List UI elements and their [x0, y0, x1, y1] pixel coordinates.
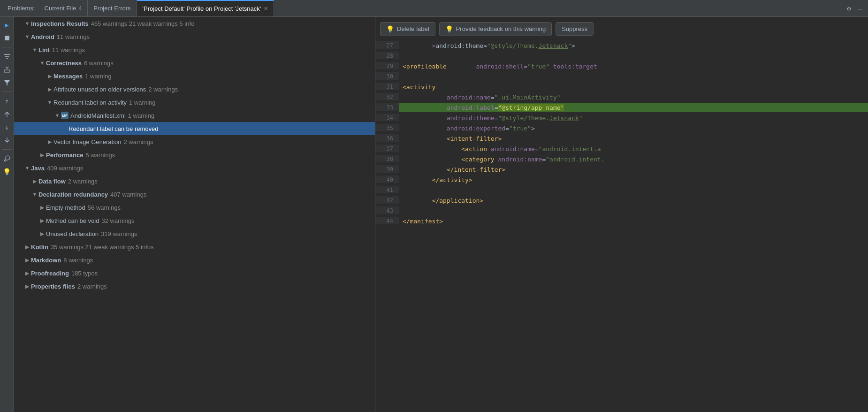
left-toolbar: ▶ ↑ [0, 17, 14, 412]
feedback-button[interactable]: 💡 Provide feedback on this warning [439, 22, 552, 36]
line-content: android:theme="@style/Theme.Jetsnack" [399, 114, 868, 122]
tab-icons: ⚙ — [845, 4, 864, 13]
item-label: Properties files [31, 283, 75, 290]
line-content: </application> [399, 196, 868, 205]
run-button[interactable]: ▶ [2, 20, 12, 30]
line-content: <intent-filter> [399, 134, 868, 143]
code-line: 38 <category android:name="android.inten… [375, 155, 868, 165]
wrench-icon [4, 155, 10, 162]
bulb-button[interactable]: 💡 [2, 167, 12, 177]
expand-arrow: ▼ [31, 191, 38, 197]
tree-item[interactable]: ▼ MF AndroidManifest.xml 1 warning [14, 109, 375, 122]
tree-item[interactable]: ▶ Proofreading 185 typos [14, 267, 375, 280]
tab-close-icon[interactable]: ✕ [264, 6, 268, 12]
tree-item[interactable]: Redundant label can be removed [14, 122, 375, 135]
line-content: <activity [399, 83, 868, 92]
tab-profile-label: 'Project Default' Profile on Project 'Je… [143, 5, 261, 12]
item-count: 185 typos [71, 270, 98, 277]
wrench-button[interactable] [2, 153, 12, 164]
export-button[interactable] [2, 64, 12, 75]
tree-panel[interactable]: ▼ Inspections Results 465 warnings 21 we… [14, 17, 375, 412]
tab-project-errors-label: Project Errors [93, 5, 130, 12]
item-label: Redundant label can be removed [69, 125, 159, 132]
item-label: Proofreading [31, 270, 69, 277]
code-line: 40 </activity> [375, 175, 868, 186]
item-label: Correctness [46, 60, 82, 67]
tree-item[interactable]: ▶ Performance 5 warnings [14, 148, 375, 161]
tab-current-file[interactable]: Current File 4 [39, 0, 88, 16]
expand-arrow: ▼ [23, 165, 31, 171]
code-line: 31<activity [375, 83, 868, 93]
collapse-icon [4, 137, 10, 144]
collapse-arrow: ▶ [46, 86, 53, 92]
stop-button[interactable] [2, 33, 12, 43]
tree-item[interactable]: ▶ Kotlin 35 warnings 21 weak warnings 5 … [14, 240, 375, 253]
sort-icon [4, 53, 10, 60]
item-count: 56 warnings [88, 204, 121, 211]
expand-arrow: ▼ [31, 47, 38, 53]
item-count: 319 warnings [101, 230, 137, 237]
filter-button[interactable] [2, 77, 12, 88]
tree-item[interactable]: ▶ Unused declaration 319 warnings [14, 227, 375, 240]
item-label: Data flow [38, 178, 66, 185]
suppress-button[interactable]: Suppress [556, 22, 594, 36]
line-number: 43 [375, 206, 399, 214]
item-label: Lint [38, 46, 50, 53]
tree-item[interactable]: ▶ Data flow 2 warnings [14, 175, 375, 188]
item-count: 11 warnings [52, 46, 85, 53]
tree-item[interactable]: ▶ Empty method 56 warnings [14, 201, 375, 214]
item-count: 1 warning [129, 99, 155, 106]
up-button[interactable]: ↑ [2, 96, 12, 106]
tree-item[interactable]: ▶ Vector Image Generation 2 warnings [14, 135, 375, 148]
collapse-arrow: ▶ [38, 218, 46, 224]
tree-item[interactable]: ▶ Attribute unused on older versions 2 w… [14, 83, 375, 96]
tree-item[interactable]: ▼ Correctness 6 warnings [14, 56, 375, 69]
item-count: 2 warnings [77, 283, 107, 290]
tree-item[interactable]: ▶ Method can be void 32 warnings [14, 214, 375, 227]
tab-bar: Problems: Current File 4 Project Errors … [0, 0, 868, 17]
delete-label-button[interactable]: 💡 Delete label [380, 22, 435, 36]
expand-arrow: ▼ [53, 113, 61, 118]
code-line: 36 <intent-filter> [375, 134, 868, 145]
line-content: android:exported="true"> [399, 124, 868, 133]
expand-button[interactable] [2, 109, 12, 119]
code-line: 27 >android:theme="@style/Theme.Jetsnack… [375, 41, 868, 52]
tree-item[interactable]: ▼ Redundant label on activity 1 warning [14, 96, 375, 109]
line-number: 30 [375, 72, 399, 80]
line-content [399, 72, 868, 81]
line-number: 39 [375, 165, 399, 173]
tab-profile[interactable]: 'Project Default' Profile on Project 'Je… [137, 0, 274, 16]
tree-item[interactable]: ▶ Messages 1 warning [14, 69, 375, 83]
item-count: 2 warnings [124, 138, 153, 145]
line-content: android:name=".ui.MainActivity" [399, 93, 868, 102]
tree-item[interactable]: ▶ Markdown 8 warnings [14, 253, 375, 267]
item-label: Markdown [31, 257, 61, 264]
code-view[interactable]: 27 >android:theme="@style/Theme.Jetsnack… [375, 41, 868, 412]
minimize-icon[interactable]: — [857, 4, 864, 13]
collapse-arrow: ▶ [23, 257, 31, 263]
line-number: 35 [375, 124, 399, 131]
line-content: <profileable android:shell="true" tools:… [399, 62, 868, 71]
item-label: Declaration redundancy [38, 191, 108, 198]
sort-button[interactable] [2, 51, 12, 61]
line-number: 38 [375, 155, 399, 162]
tree-item[interactable]: ▼ Java 409 warnings [14, 161, 375, 175]
tree-item[interactable]: ▼ Lint 11 warnings [14, 43, 375, 56]
line-number: 33 [375, 103, 399, 111]
tree-item[interactable]: ▼ Declaration redundancy 407 warnings [14, 188, 375, 201]
tree-root[interactable]: ▼ Inspections Results 465 warnings 21 we… [14, 17, 375, 30]
down-button[interactable]: ↓ [2, 122, 12, 132]
settings-icon[interactable]: ⚙ [845, 4, 853, 13]
item-label: Unused declaration [46, 230, 99, 237]
line-content [399, 186, 868, 195]
tab-project-errors[interactable]: Project Errors [88, 0, 137, 16]
item-label: Attribute unused on older versions [53, 86, 146, 93]
bulb-icon: 💡 [386, 25, 394, 33]
item-label: Performance [46, 152, 83, 159]
expand-arrow: ▼ [46, 99, 53, 105]
tree-item[interactable]: ▶ Properties files 2 warnings [14, 280, 375, 293]
tree-item[interactable]: ▼ Android 11 warnings [14, 30, 375, 43]
line-number: 31 [375, 83, 399, 90]
collapse-button[interactable] [2, 135, 12, 145]
suppress-text: Suppress [562, 25, 587, 32]
